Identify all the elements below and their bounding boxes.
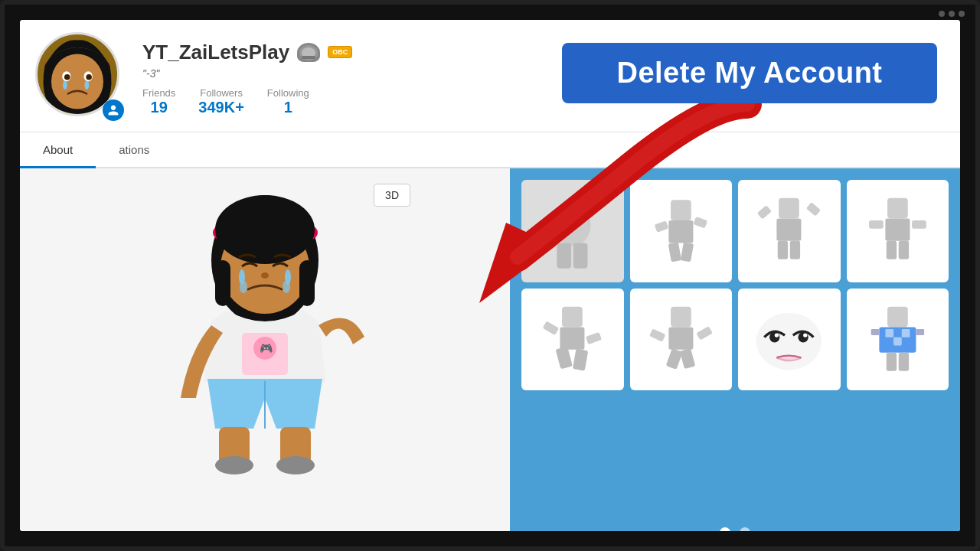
svg-rect-48	[869, 220, 884, 229]
svg-rect-63	[680, 348, 695, 369]
following-label: Following	[267, 87, 309, 99]
svg-rect-41	[777, 219, 802, 241]
svg-rect-38	[668, 243, 681, 262]
character-svg: 🎮	[119, 184, 410, 505]
delete-banner-text: Delete My Account	[583, 57, 916, 90]
svg-rect-76	[887, 353, 897, 371]
svg-rect-32	[557, 243, 572, 269]
svg-rect-17	[299, 260, 315, 306]
svg-point-31	[554, 205, 591, 246]
inventory-item-3[interactable]	[738, 180, 841, 282]
svg-point-22	[283, 281, 290, 293]
right-panel	[510, 168, 960, 531]
svg-point-68	[803, 333, 807, 337]
left-panel: 🎮	[20, 168, 510, 531]
svg-rect-72	[902, 329, 910, 337]
svg-rect-42	[757, 205, 772, 219]
svg-point-18	[261, 272, 269, 279]
avatar-person-icon	[103, 99, 124, 121]
inventory-item-5[interactable]	[521, 289, 624, 391]
inventory-grid	[521, 180, 949, 390]
main-content: YT_ZaiLetsPlay OBC "-3" Friends	[20, 20, 960, 531]
svg-rect-46	[887, 198, 908, 219]
character-container: 🎮	[119, 184, 410, 505]
friends-value: 19	[151, 99, 168, 116]
svg-rect-53	[560, 327, 585, 349]
svg-text:🎮: 🎮	[260, 342, 273, 355]
page-dot-2[interactable]	[740, 527, 750, 531]
svg-rect-43	[806, 202, 821, 216]
svg-rect-35	[668, 220, 693, 243]
outer-frame: YT_ZaiLetsPlay OBC "-3" Friends	[0, 0, 980, 551]
svg-point-6	[86, 74, 92, 80]
dot-1	[939, 11, 945, 17]
svg-rect-37	[693, 217, 707, 229]
svg-rect-75	[916, 329, 924, 335]
avatar-container	[35, 32, 127, 124]
svg-rect-71	[885, 329, 893, 337]
nav-tabs: About ations	[20, 132, 960, 168]
svg-rect-74	[871, 329, 880, 335]
svg-rect-36	[655, 221, 669, 233]
svg-point-67	[775, 333, 779, 337]
pagination-dots	[720, 527, 750, 531]
svg-point-20	[240, 281, 247, 293]
svg-rect-33	[573, 243, 588, 269]
stat-friends[interactable]: Friends 19	[142, 87, 175, 116]
svg-point-65	[769, 332, 779, 342]
helmet-badge	[297, 43, 320, 62]
inventory-item-8[interactable]	[847, 289, 949, 391]
svg-rect-56	[556, 346, 573, 369]
svg-rect-16	[215, 260, 230, 306]
inventory-item-7[interactable]	[738, 289, 841, 391]
inventory-item-6[interactable]	[630, 289, 733, 391]
svg-rect-45	[790, 241, 800, 259]
svg-point-30	[276, 456, 315, 474]
svg-rect-55	[586, 332, 602, 344]
svg-rect-73	[893, 337, 902, 346]
followers-value: 349K+	[198, 99, 244, 116]
stat-following[interactable]: Following 1	[267, 87, 309, 116]
inventory-item-2[interactable]	[630, 180, 733, 282]
inventory-item-4[interactable]	[847, 180, 949, 282]
following-value: 1	[284, 99, 292, 116]
svg-rect-52	[562, 307, 583, 328]
svg-rect-54	[543, 321, 560, 335]
page-dot-1[interactable]	[720, 527, 730, 531]
obc-badge: OBC	[328, 46, 352, 58]
svg-rect-69	[887, 307, 908, 328]
svg-rect-60	[649, 328, 665, 342]
body-area: 🎮	[20, 168, 960, 531]
svg-point-15	[215, 195, 315, 264]
svg-point-7	[63, 81, 67, 90]
svg-point-66	[799, 332, 808, 342]
delete-banner[interactable]: Delete My Account	[562, 43, 937, 103]
svg-rect-57	[573, 348, 588, 370]
svg-rect-51	[899, 241, 909, 259]
svg-rect-61	[696, 326, 713, 341]
svg-rect-59	[668, 327, 693, 349]
username: YT_ZaiLetsPlay	[142, 41, 289, 64]
btn-3d[interactable]: 3D	[374, 184, 410, 207]
stat-followers[interactable]: Followers 349K+	[198, 87, 244, 116]
svg-point-2	[51, 54, 103, 109]
three-dots-menu[interactable]	[939, 11, 965, 17]
tab-creations[interactable]: ations	[96, 132, 172, 167]
tab-about[interactable]: About	[20, 132, 96, 167]
svg-rect-62	[666, 348, 683, 370]
svg-rect-58	[671, 307, 691, 328]
svg-rect-11	[302, 56, 315, 59]
svg-rect-50	[887, 241, 897, 259]
svg-point-5	[64, 74, 70, 80]
svg-rect-49	[912, 220, 926, 229]
dot-2	[949, 11, 955, 17]
svg-rect-77	[899, 353, 909, 371]
svg-rect-39	[681, 243, 694, 262]
inventory-item-1[interactable]	[521, 180, 624, 282]
svg-rect-47	[885, 219, 910, 241]
followers-label: Followers	[200, 87, 243, 99]
svg-rect-44	[778, 241, 788, 259]
svg-point-8	[84, 81, 89, 90]
svg-point-29	[215, 456, 253, 474]
svg-rect-34	[671, 201, 691, 221]
